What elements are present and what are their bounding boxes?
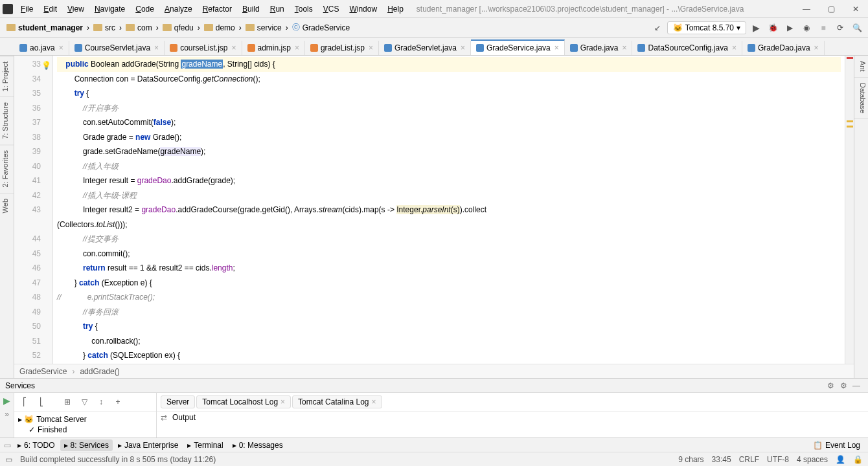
build-button[interactable]: ↙ bbox=[650, 21, 665, 35]
debug-button[interactable]: 🐞 bbox=[766, 21, 780, 35]
status-indent[interactable]: 4 spaces bbox=[797, 455, 828, 464]
update-button[interactable]: ⟳ bbox=[833, 21, 847, 35]
editor-tab[interactable]: admin.jsp× bbox=[242, 41, 305, 55]
editor-tab[interactable]: Grade.java× bbox=[565, 41, 633, 55]
close-tab-icon[interactable]: × bbox=[154, 43, 159, 52]
error-stripe[interactable] bbox=[845, 56, 854, 364]
editor-tab[interactable]: DataSourceConfig.java× bbox=[632, 41, 742, 55]
services-tab[interactable]: Server bbox=[161, 395, 195, 408]
filter-button[interactable]: ▽ bbox=[78, 395, 91, 408]
close-tab-icon[interactable]: × bbox=[732, 43, 737, 52]
menu-help[interactable]: Help bbox=[385, 3, 406, 15]
services-tab[interactable]: Tomcat Localhost Log× bbox=[196, 395, 291, 408]
menu-vcs[interactable]: VCS bbox=[321, 3, 342, 15]
run-configuration-select[interactable]: 🐱 Tomcat 8.5.70 ▾ bbox=[667, 21, 746, 34]
left-tool-tabs: 1: Project7: Structure2: FavoritesWeb bbox=[0, 56, 14, 378]
services-run-button[interactable]: ▶ bbox=[3, 395, 10, 406]
close-tab-icon[interactable]: × bbox=[295, 43, 299, 52]
editor-tab[interactable]: GradeDao.java× bbox=[742, 41, 825, 55]
breadcrumb-item[interactable]: demo bbox=[201, 22, 238, 34]
editor-tab[interactable]: GradeService.java× bbox=[471, 39, 565, 55]
editor-tab[interactable]: ao.java× bbox=[14, 41, 69, 55]
close-icon[interactable]: × bbox=[372, 397, 376, 406]
status-encoding[interactable]: UTF-8 bbox=[767, 455, 789, 464]
expand-all-button[interactable]: ⎡ bbox=[18, 395, 31, 408]
maximize-button[interactable]: ▢ bbox=[821, 2, 841, 16]
services-gear-icon[interactable]: ⚙ bbox=[837, 381, 850, 390]
menu-run[interactable]: Run bbox=[268, 3, 287, 15]
group-button[interactable]: ⊞ bbox=[61, 395, 74, 408]
run-button[interactable]: ▶ bbox=[749, 21, 763, 35]
bottom-tool-tab[interactable]: ▸0: Messages bbox=[229, 439, 287, 451]
tool-tab-project[interactable]: 1: Project bbox=[0, 56, 14, 96]
menu-tools[interactable]: Tools bbox=[292, 3, 315, 15]
menu-refactor[interactable]: Refactor bbox=[200, 3, 234, 15]
editor-tab[interactable]: CourseServlet.java× bbox=[69, 41, 165, 55]
lock-icon[interactable]: 🔒 bbox=[853, 455, 863, 464]
tool-tab-web[interactable]: Web bbox=[0, 193, 14, 218]
services-hide-button[interactable]: — bbox=[850, 381, 863, 390]
bottom-tool-tab[interactable]: ▸6: TODO bbox=[14, 439, 59, 451]
output-toggle-icon[interactable]: ⇄ bbox=[161, 413, 167, 422]
search-everywhere-button[interactable]: 🔍 bbox=[850, 21, 864, 35]
breadcrumb-item[interactable]: student_manager bbox=[4, 22, 86, 34]
collapse-all-button[interactable]: ⎣ bbox=[35, 395, 48, 408]
editor-tab[interactable]: gradeList.jsp× bbox=[305, 41, 379, 55]
menu-navigate[interactable]: Navigate bbox=[92, 3, 128, 15]
menu-analyze[interactable]: Analyze bbox=[162, 3, 195, 15]
breadcrumb-item[interactable]: src bbox=[91, 22, 118, 34]
run-coverage-button[interactable]: ▶ bbox=[782, 21, 797, 35]
close-tab-icon[interactable]: × bbox=[461, 43, 465, 52]
bottom-tool-tab[interactable]: ▸Terminal bbox=[183, 439, 227, 451]
menu-view[interactable]: View bbox=[65, 3, 87, 15]
status-line-separator[interactable]: CRLF bbox=[739, 455, 759, 464]
menu-build[interactable]: Build bbox=[240, 3, 262, 15]
close-tab-icon[interactable]: × bbox=[59, 43, 63, 52]
intention-bulb-icon[interactable]: 💡 bbox=[41, 58, 51, 73]
bottom-tool-tab[interactable]: ▸8: Services bbox=[60, 439, 113, 451]
editor-tab[interactable]: GradeServlet.java× bbox=[379, 41, 471, 55]
tool-tab-ant[interactable]: Ant bbox=[854, 56, 868, 78]
event-log-button[interactable]: 📋 Event Log bbox=[809, 439, 864, 451]
breadcrumb-item[interactable]: service bbox=[243, 22, 284, 34]
code-editor[interactable]: public Boolean addGrade(String gradeName… bbox=[53, 56, 845, 364]
breadcrumb-class[interactable]: GradeService bbox=[19, 367, 67, 376]
services-more-button[interactable]: » bbox=[5, 410, 9, 419]
services-tree-node[interactable]: ✓Finished bbox=[18, 425, 152, 435]
sort-button[interactable]: ↕ bbox=[95, 395, 108, 408]
close-tab-icon[interactable]: × bbox=[622, 43, 626, 52]
breadcrumb-item[interactable]: com bbox=[123, 22, 155, 34]
breadcrumb-item[interactable]: qfedu bbox=[160, 22, 196, 34]
close-icon[interactable]: × bbox=[280, 397, 285, 406]
close-window-button[interactable]: ✕ bbox=[846, 2, 865, 16]
stop-button[interactable]: ■ bbox=[816, 21, 830, 35]
minimize-button[interactable]: — bbox=[797, 2, 816, 16]
warning-mark[interactable] bbox=[847, 126, 853, 128]
add-service-button[interactable]: + bbox=[111, 395, 124, 408]
close-tab-icon[interactable]: × bbox=[814, 43, 819, 52]
tool-tab-favorites[interactable]: 2: Favorites bbox=[0, 144, 14, 192]
tool-tab-structure[interactable]: 7: Structure bbox=[0, 96, 14, 144]
menu-code[interactable]: Code bbox=[133, 3, 157, 15]
status-caret-position[interactable]: 33:45 bbox=[712, 455, 731, 464]
inspection-icon[interactable]: 👤 bbox=[836, 455, 845, 464]
warning-mark[interactable] bbox=[847, 120, 853, 122]
profile-button[interactable]: ◉ bbox=[799, 21, 814, 35]
bottom-tool-tab[interactable]: ▸Java Enterprise bbox=[114, 439, 182, 451]
close-tab-icon[interactable]: × bbox=[554, 43, 559, 52]
error-mark[interactable] bbox=[847, 57, 853, 59]
menu-file[interactable]: File bbox=[18, 3, 36, 15]
close-tab-icon[interactable]: × bbox=[232, 43, 236, 52]
breadcrumb-method[interactable]: addGrade() bbox=[80, 367, 119, 376]
line-number-gutter[interactable]: 33💡3435363738394041424344454647484950515… bbox=[14, 56, 53, 364]
services-settings-icon[interactable]: ⚙ bbox=[824, 381, 837, 390]
close-tab-icon[interactable]: × bbox=[369, 43, 373, 52]
editor-tab[interactable]: courseList.jsp× bbox=[165, 41, 242, 55]
services-tab[interactable]: Tomcat Catalina Log× bbox=[292, 395, 382, 408]
tool-tab-database[interactable]: Database bbox=[854, 78, 868, 119]
breadcrumb-item[interactable]: ⓒGradeService bbox=[290, 21, 352, 34]
services-tree-node[interactable]: ▸ 🐱Tomcat Server bbox=[18, 414, 152, 425]
tool-window-button[interactable]: ▭ bbox=[4, 441, 11, 450]
menu-edit[interactable]: Edit bbox=[41, 3, 60, 15]
menu-window[interactable]: Window bbox=[347, 3, 380, 15]
